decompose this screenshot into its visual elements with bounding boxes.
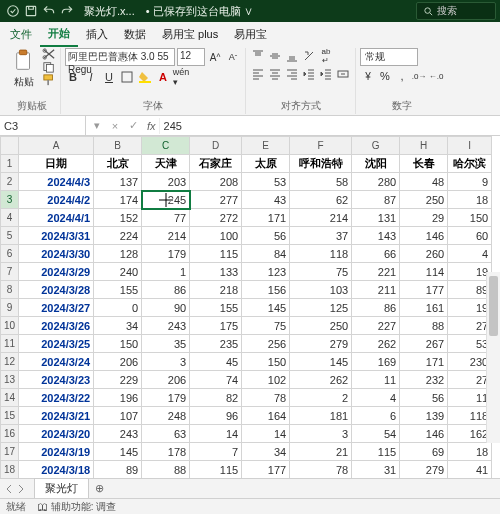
col-header[interactable]: B	[94, 137, 142, 155]
data-cell[interactable]: 88	[142, 461, 190, 479]
data-cell[interactable]: 18	[448, 191, 492, 209]
data-cell[interactable]: 171	[242, 209, 290, 227]
col-header[interactable]: G	[352, 137, 400, 155]
col-header[interactable]: F	[290, 137, 352, 155]
data-cell[interactable]: 232	[400, 371, 448, 389]
data-cell[interactable]: 87	[352, 191, 400, 209]
data-cell[interactable]: 78	[290, 461, 352, 479]
header-cell[interactable]: 日期	[19, 155, 94, 173]
data-cell[interactable]: 177	[242, 461, 290, 479]
data-cell[interactable]: 214	[142, 227, 190, 245]
data-cell[interactable]: 150	[448, 209, 492, 227]
data-cell[interactable]: 156	[242, 281, 290, 299]
data-cell[interactable]: 175	[190, 317, 242, 335]
date-cell[interactable]: 2024/4/1	[19, 209, 94, 227]
data-cell[interactable]: 53	[242, 173, 290, 191]
data-cell[interactable]: 14	[190, 425, 242, 443]
date-cell[interactable]: 2024/3/24	[19, 353, 94, 371]
data-cell[interactable]: 262	[290, 371, 352, 389]
row-header[interactable]: 18	[1, 461, 19, 479]
font-size-combo[interactable]: 12	[177, 48, 205, 66]
data-cell[interactable]: 279	[400, 461, 448, 479]
data-cell[interactable]: 14	[242, 425, 290, 443]
cut-icon[interactable]	[42, 48, 56, 60]
data-cell[interactable]: 62	[290, 191, 352, 209]
data-cell[interactable]: 128	[94, 245, 142, 263]
data-cell[interactable]: 171	[400, 353, 448, 371]
data-cell[interactable]: 4	[448, 245, 492, 263]
date-cell[interactable]: 2024/3/18	[19, 461, 94, 479]
row-header[interactable]: 8	[1, 281, 19, 299]
menu-yiyong-plus[interactable]: 易用宝 plus	[154, 23, 226, 46]
add-sheet-icon[interactable]: ⊕	[89, 480, 110, 497]
date-cell[interactable]: 2024/3/21	[19, 407, 94, 425]
search-box[interactable]: 搜索	[416, 2, 496, 20]
data-cell[interactable]: 115	[190, 461, 242, 479]
data-cell[interactable]: 179	[142, 245, 190, 263]
decrease-decimal-icon[interactable]: ←.0	[428, 68, 444, 84]
data-cell[interactable]: 75	[242, 317, 290, 335]
select-all-corner[interactable]	[1, 137, 19, 155]
data-cell[interactable]: 155	[190, 299, 242, 317]
font-name-combo[interactable]: 阿里巴巴普惠体 3.0 55 Regu	[65, 48, 175, 66]
row-header[interactable]: 5	[1, 227, 19, 245]
col-header[interactable]: I	[448, 137, 492, 155]
redo-icon[interactable]	[58, 2, 76, 20]
data-cell[interactable]: 100	[190, 227, 242, 245]
header-cell[interactable]: 呼和浩特	[290, 155, 352, 173]
align-left-icon[interactable]	[250, 66, 266, 82]
confirm-icon[interactable]: ✓	[124, 117, 142, 135]
fill-color-icon[interactable]	[137, 69, 153, 85]
data-cell[interactable]: 3	[142, 353, 190, 371]
grid[interactable]: A B C D E F G H I 1 日期 北京 天津 石家庄 太原 呼和浩特…	[0, 136, 492, 479]
data-cell[interactable]: 107	[94, 407, 142, 425]
data-cell[interactable]: 279	[290, 335, 352, 353]
fx-icon[interactable]: fx	[144, 120, 159, 132]
data-cell[interactable]: 229	[94, 371, 142, 389]
border-icon[interactable]	[119, 69, 135, 85]
date-cell[interactable]: 2024/3/22	[19, 389, 94, 407]
row-header[interactable]: 16	[1, 425, 19, 443]
data-cell[interactable]: 18	[448, 443, 492, 461]
data-cell[interactable]: 206	[94, 353, 142, 371]
data-cell[interactable]: 211	[352, 281, 400, 299]
merge-icon[interactable]	[335, 66, 351, 82]
data-cell[interactable]: 115	[352, 443, 400, 461]
data-cell[interactable]: 150	[242, 353, 290, 371]
increase-decimal-icon[interactable]: .0→	[411, 68, 427, 84]
data-cell[interactable]: 35	[142, 335, 190, 353]
date-cell[interactable]: 2024/4/2	[19, 191, 94, 209]
header-cell[interactable]: 太原	[242, 155, 290, 173]
data-cell[interactable]: 66	[352, 245, 400, 263]
data-cell[interactable]: 118	[290, 245, 352, 263]
menu-file[interactable]: 文件	[2, 23, 40, 46]
date-cell[interactable]: 2024/3/27	[19, 299, 94, 317]
data-cell[interactable]: 102	[242, 371, 290, 389]
formula-input[interactable]: 245	[159, 118, 500, 134]
data-cell[interactable]: 31	[352, 461, 400, 479]
data-cell[interactable]: 34	[242, 443, 290, 461]
col-header[interactable]: E	[242, 137, 290, 155]
data-cell[interactable]: 78	[242, 389, 290, 407]
header-cell[interactable]: 天津	[142, 155, 190, 173]
data-cell[interactable]: 7	[190, 443, 242, 461]
row-header[interactable]: 1	[1, 155, 19, 173]
data-cell[interactable]: 48	[400, 173, 448, 191]
save-icon[interactable]	[22, 2, 40, 20]
scroll-thumb[interactable]	[489, 276, 498, 336]
data-cell[interactable]: 161	[400, 299, 448, 317]
row-header[interactable]: 9	[1, 299, 19, 317]
data-cell[interactable]: 125	[290, 299, 352, 317]
data-cell[interactable]: 179	[142, 389, 190, 407]
row-header[interactable]: 4	[1, 209, 19, 227]
data-cell[interactable]: 214	[290, 209, 352, 227]
data-cell[interactable]: 63	[142, 425, 190, 443]
data-cell[interactable]: 267	[400, 335, 448, 353]
date-cell[interactable]: 2024/3/23	[19, 371, 94, 389]
data-cell[interactable]: 262	[352, 335, 400, 353]
data-cell[interactable]: 34	[94, 317, 142, 335]
header-cell[interactable]: 石家庄	[190, 155, 242, 173]
copy-icon[interactable]	[42, 61, 56, 73]
increase-font-icon[interactable]: A^	[207, 49, 223, 65]
decrease-indent-icon[interactable]	[301, 66, 317, 82]
